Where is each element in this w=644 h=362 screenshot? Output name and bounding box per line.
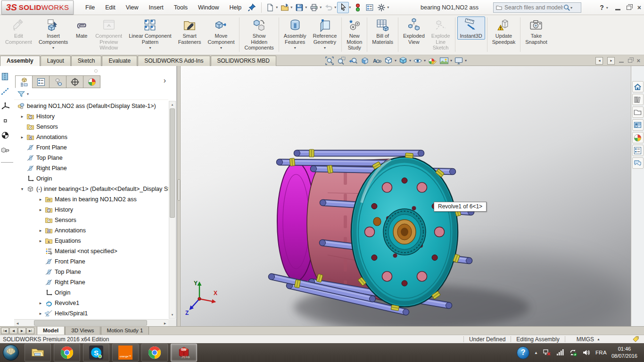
expand-arrow-icon[interactable]: ▸ [36, 239, 45, 243]
taskbar-chrome-button[interactable] [54, 344, 80, 362]
scroll-right-icon[interactable]: ▶ [162, 320, 168, 326]
panel-tab-property-manager[interactable] [32, 75, 50, 88]
assembly-features-button[interactable]: AssemblyFeatures▾ [281, 16, 309, 50]
tab-assembly[interactable]: Assembly [0, 56, 40, 66]
panel-tab-display-manager[interactable] [83, 75, 100, 88]
vertical-scroll-thumb[interactable] [170, 108, 175, 218]
axis-feature-icon[interactable] [0, 86, 10, 97]
tree-item-mates-in-bearing-no1-no2-ass[interactable]: ▸Mates in bearing NO1,NO2 ass [14, 194, 168, 205]
3d-model-bearing-assembly[interactable] [181, 66, 631, 326]
network-disconnected-icon[interactable] [543, 348, 551, 357]
expand-arrow-icon[interactable]: ▸ [36, 301, 45, 305]
document-close-button[interactable]: × [636, 58, 640, 64]
signal-strength-icon[interactable] [556, 348, 564, 357]
options-button[interactable] [375, 2, 387, 13]
expand-arrow-icon[interactable]: ▸ [36, 228, 45, 233]
tree-item-annotations[interactable]: ▸AAnnotations [14, 132, 168, 142]
select-button[interactable] [337, 2, 349, 13]
first-tab-button[interactable]: I◀ [1, 328, 9, 334]
restore-button[interactable] [627, 6, 631, 10]
panel-tab-dimxpert-manager[interactable] [66, 75, 83, 88]
coordinate-system-feature-icon[interactable] [0, 101, 10, 111]
scroll-left-icon[interactable]: ◀ [14, 320, 21, 326]
graphics-area[interactable]: Revolve1 of 6<1> Y X Z [181, 66, 631, 326]
bill-of-materials-button[interactable]: Bill ofMaterials [369, 16, 396, 45]
panel-tab-featuremanager-design-tree[interactable] [15, 75, 33, 88]
tree-item-sensors[interactable]: Sensors [14, 215, 168, 225]
dropdown-arrow-icon[interactable]: ▾ [409, 58, 411, 63]
expand-arrow-icon[interactable]: ▸ [36, 311, 45, 316]
pin-menu-icon[interactable] [248, 3, 256, 12]
menu-view[interactable]: View [121, 0, 144, 15]
solidworks-forum-button[interactable] [632, 157, 644, 169]
start-button[interactable] [2, 344, 19, 361]
dropdown-arrow-icon[interactable]: ▾ [320, 5, 322, 9]
print-button[interactable] [308, 2, 320, 13]
plane-feature-icon[interactable] [0, 72, 10, 82]
tree-item-front-plane[interactable]: Front Plane [14, 142, 168, 153]
new-document-button[interactable] [264, 2, 276, 13]
origin-feature-icon[interactable] [0, 130, 10, 140]
sync-status-icon[interactable] [569, 348, 578, 357]
collapse-right-pane-button[interactable]: ▸ [607, 57, 615, 65]
panel-grip[interactable] [94, 69, 98, 73]
menu-window[interactable]: Window [193, 0, 224, 15]
search-icon[interactable] [563, 4, 570, 11]
taskbar-clock[interactable]: 01:46 08/07/2016 [611, 346, 639, 360]
language-indicator[interactable]: FRA [595, 350, 607, 355]
taskbar-skype-button[interactable]: S [83, 344, 109, 362]
tree-horizontal-scrollbar[interactable]: ◀ ▶ [14, 319, 168, 326]
edit-appearance-button[interactable] [427, 56, 438, 66]
taskbar-solidworks-2016-button[interactable]: SW2016 [171, 344, 197, 362]
scroll-up-icon[interactable]: ▲ [169, 101, 175, 108]
panel-splitter[interactable] [177, 66, 181, 326]
tree-item-history[interactable]: ▸History [14, 205, 168, 215]
linear-component-pattern-button[interactable]: Linear ComponentPattern▾ [126, 16, 174, 50]
design-library-button[interactable] [632, 94, 644, 105]
update-speedpak-button[interactable]: UpdateSpeedpak [489, 16, 519, 45]
menu-edit[interactable]: Edit [100, 0, 121, 15]
minimize-button[interactable] [615, 9, 620, 10]
menu-insert[interactable]: Insert [144, 0, 169, 15]
menu-tools[interactable]: Tools [169, 0, 193, 15]
rebuild-button[interactable] [352, 2, 363, 13]
last-tab-button[interactable]: ▶I [26, 328, 34, 334]
taskbar-file-explorer-button[interactable] [25, 344, 51, 362]
view-palette-button[interactable] [632, 119, 644, 131]
point-feature-icon[interactable] [0, 115, 10, 126]
view-orientation-button[interactable] [383, 56, 394, 66]
view-settings-button[interactable] [454, 56, 464, 66]
expand-arrow-icon[interactable]: ▸ [36, 197, 45, 202]
splitter-handle[interactable] [178, 179, 180, 201]
tab-evaluate[interactable]: Evaluate [102, 56, 137, 66]
custom-properties-button[interactable] [632, 145, 644, 156]
horizontal-scroll-thumb[interactable] [34, 320, 147, 326]
taskbar-chrome-2-button[interactable] [141, 344, 168, 362]
options-list-button[interactable] [363, 2, 375, 13]
volume-icon[interactable] [582, 348, 591, 357]
tab-3d-views[interactable]: 3D Views [65, 327, 100, 335]
panel-expand-chevron-icon[interactable]: › [164, 76, 166, 85]
open-document-button[interactable] [279, 2, 290, 13]
annotation-views-button[interactable]: A [372, 56, 382, 66]
show-hidden-components-button[interactable]: ShowHiddenComponents [241, 16, 276, 51]
tree-item-bearing-no1-no2-ass-default-displa[interactable]: bearing NO1,NO2 ass (Default<Display Sta… [14, 101, 168, 111]
tab-motion-study-1[interactable]: Motion Study 1 [101, 327, 149, 335]
previous-view-button[interactable] [348, 56, 358, 66]
help-button[interactable]: ? [600, 4, 604, 11]
tab-layout[interactable]: Layout [41, 56, 71, 66]
scroll-down-icon[interactable]: ▼ [169, 312, 175, 318]
tree-item-top-plane[interactable]: Top Plane [14, 267, 168, 277]
reference-geometry-button[interactable]: ReferenceGeometry▾ [310, 16, 340, 50]
tree-item-helix-spiral1[interactable]: ▸Helix/Spiral1 [14, 308, 168, 319]
document-minimize-button[interactable] [619, 62, 624, 63]
tab-sketch[interactable]: Sketch [71, 56, 102, 66]
mate-reference-feature-icon[interactable] [0, 145, 10, 155]
section-view-button[interactable] [360, 56, 370, 66]
search-box[interactable]: ▾ [493, 2, 581, 13]
dropdown-arrow-icon[interactable]: ▾ [349, 5, 351, 9]
menu-file[interactable]: File [80, 0, 100, 15]
apply-scene-button[interactable] [439, 56, 449, 66]
search-input[interactable] [504, 4, 563, 11]
expand-arrow-icon[interactable]: ▸ [36, 207, 45, 212]
